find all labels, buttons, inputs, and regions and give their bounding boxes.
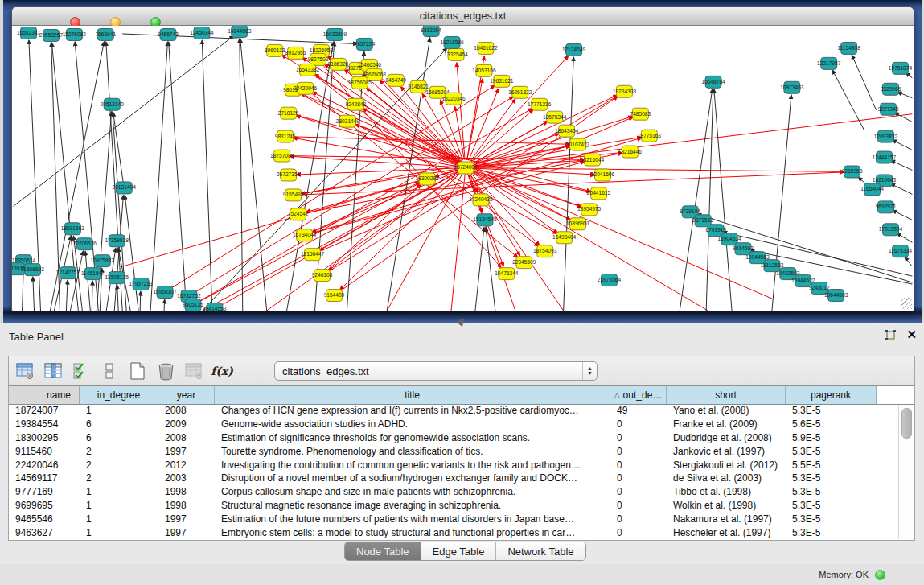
graph-edge <box>66 280 68 311</box>
graph-edge <box>891 160 913 170</box>
graph-node-label: 18904634 <box>717 236 741 241</box>
graph-node-label: 11654044 <box>860 186 884 192</box>
table-row[interactable]: 911546021997Tourette syndrome. Phenomeno… <box>9 444 914 458</box>
citation-network-graph[interactable]: 1872400789601238912955182260589827503165… <box>12 26 914 311</box>
cell-short: Wolkin et al. (1998) <box>667 500 786 511</box>
graph-node-label: 23973564 <box>598 277 622 282</box>
table-panel-title: Table Panel <box>9 331 64 343</box>
graph-node-label: 10896951 <box>566 220 590 226</box>
cell-in_degree: 1 <box>80 500 158 511</box>
row-selector-icon[interactable] <box>100 361 119 381</box>
column-header-name[interactable]: name <box>9 386 80 404</box>
cell-year: 2008 <box>158 405 215 416</box>
dropdown-stepper-icon: ▲▼ <box>582 362 597 380</box>
graph-node-label: 11451947 <box>81 270 105 276</box>
graph-node-label: 10107427 <box>566 142 590 147</box>
show-column-icon[interactable] <box>43 361 63 381</box>
graph-node-label: 10944563 <box>745 254 770 260</box>
graph-edge <box>457 63 465 160</box>
graph-node-label: 12217987 <box>817 60 841 66</box>
window-resize-grip[interactable] <box>901 298 912 309</box>
table-row[interactable]: 1872400712008Changes of HCN gene express… <box>9 404 914 418</box>
graph-node-label: 7666941 <box>95 31 116 37</box>
graph-node-label: 10973463 <box>780 84 804 90</box>
table-row[interactable]: 1830029562008Estimation of significance … <box>9 431 914 445</box>
column-header-out_de[interactable]: △out_de… <box>610 386 667 404</box>
memory-status-label: Memory: OK <box>819 570 869 579</box>
graph-node-label: 13216044 <box>581 157 605 163</box>
graph-edge <box>892 140 912 150</box>
column-header-title[interactable]: title <box>215 386 610 404</box>
cell-name: 9463627 <box>9 527 80 538</box>
graph-edge <box>313 117 634 255</box>
graph-node-label: 9242848 <box>346 101 367 107</box>
table-row[interactable]: 1938455462009Genome-wide association stu… <box>9 418 914 431</box>
column-header-pagerank[interactable]: pagerank <box>786 386 877 404</box>
cell-title: Estimation of the future numbers of pati… <box>215 513 610 525</box>
graph-node-label: 9245012 <box>809 285 830 290</box>
column-header-short[interactable]: short <box>667 386 786 404</box>
table-row[interactable]: 977716911998Corpus callosum shape and si… <box>9 485 914 499</box>
graph-node-label: 13350614 <box>12 257 36 263</box>
network-window-title: citations_edges.txt <box>12 10 914 22</box>
cell-pagerank: 5.3E-5 <box>786 513 877 525</box>
cell-name: 22420046 <box>9 459 80 471</box>
graph-node-label: 20513140 <box>101 101 125 107</box>
table-row[interactable]: 1456911722003Disruption of a novel membe… <box>9 472 914 485</box>
graph-edge <box>891 183 913 194</box>
graph-edge <box>14 35 234 206</box>
graph-node-label: 18643404 <box>555 128 579 134</box>
create-table-icon[interactable] <box>128 361 147 381</box>
table-selector-dropdown[interactable]: citations_edges.txt▲▼ <box>274 361 598 381</box>
graph-node-label: 18756085 <box>348 80 372 85</box>
column-header-year[interactable]: year <box>158 386 215 404</box>
graph-node-label: 20131404 <box>113 184 137 190</box>
graph-node-label: 18591563 <box>61 225 85 231</box>
table-row[interactable]: 969969511998Structural magnetic resonanc… <box>9 499 914 513</box>
graph-node-label: 19734303 <box>613 89 637 94</box>
network-canvas[interactable]: 1872400789601238912955182260589827503165… <box>12 26 914 311</box>
graph-edge <box>322 184 421 275</box>
network-window-titlebar[interactable]: citations_edges.txt <box>12 7 914 26</box>
delete-table-icon[interactable] <box>156 361 175 381</box>
graph-node-label: 9827503 <box>308 56 329 62</box>
table-toolbar: f(x)citations_edges.txt▲▼ <box>9 356 914 386</box>
float-panel-icon[interactable] <box>884 329 897 343</box>
graph-edge <box>897 233 912 242</box>
graph-node-label: 10975887 <box>91 257 115 263</box>
tab-node-table[interactable]: Node Table <box>345 542 421 560</box>
cell-short: Nakamura et al. (1997) <box>667 513 786 525</box>
scrollbar-thumb[interactable] <box>901 408 912 439</box>
network-window[interactable]: citations_edges.txt 18724007896012389129… <box>11 6 914 311</box>
graph-node-label: 7857224 <box>355 41 376 47</box>
cell-out_de: 0 <box>610 446 667 457</box>
graph-node-label: 17771216 <box>528 101 552 107</box>
graph-node-label: 8739194 <box>680 208 700 214</box>
cell-short: Dudbridge et al. (2008) <box>667 432 786 443</box>
graph-node-label: 15751074 <box>889 65 913 71</box>
table-row[interactable]: 2242004622012Investigating the contribut… <box>9 458 914 472</box>
modify-table-icon[interactable] <box>15 361 35 381</box>
graph-edge <box>202 40 212 311</box>
tab-network-table[interactable]: Network Table <box>496 542 585 560</box>
graph-node-label: 9831245 <box>275 134 296 139</box>
graph-node-label: 16461622 <box>474 45 498 51</box>
graph-edge <box>473 134 559 165</box>
graph-node-label: 16210643 <box>873 177 897 183</box>
graph-node-label: 8454749 <box>385 77 406 83</box>
import-table-icon <box>184 361 203 381</box>
table-selector-value: citations_edges.txt <box>275 365 582 377</box>
vertical-scrollbar[interactable] <box>898 405 914 539</box>
cell-name: 9465546 <box>9 513 80 525</box>
select-all-icon[interactable] <box>72 361 91 381</box>
function-builder-icon[interactable]: f(x) <box>212 361 232 381</box>
graph-node-label: 15493404 <box>552 234 577 240</box>
column-header-in_degree[interactable]: in_degree <box>80 386 158 404</box>
cell-pagerank: 5.3E-5 <box>786 500 877 511</box>
cell-year: 2008 <box>158 432 215 443</box>
tab-edge-table[interactable]: Edge Table <box>421 542 497 560</box>
table-row[interactable]: 946362711997Embryonic stem cells: a mode… <box>9 525 914 539</box>
table-row[interactable]: 946554611997Estimation of the future num… <box>9 512 914 525</box>
close-panel-icon[interactable]: ✕ <box>906 328 917 342</box>
cell-short: de Silva et al. (2003) <box>667 472 786 484</box>
